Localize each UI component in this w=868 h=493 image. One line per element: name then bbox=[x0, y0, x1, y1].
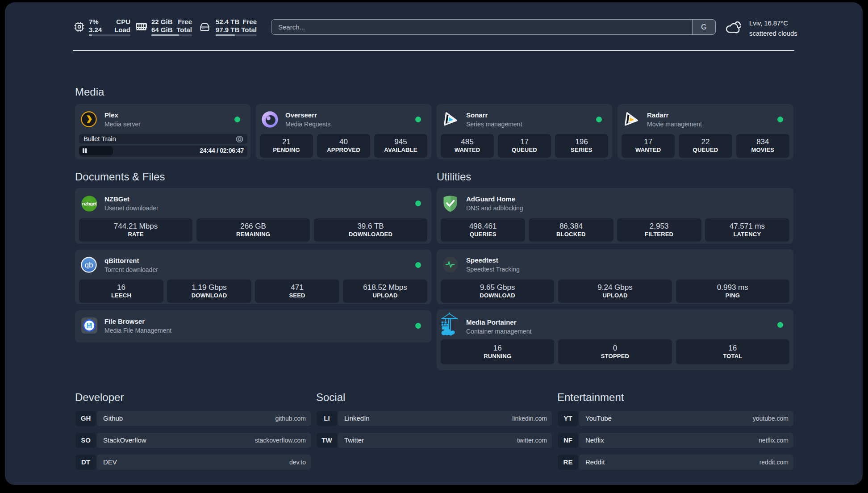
svg-text:nzbget: nzbget bbox=[82, 201, 97, 206]
svg-text:qb: qb bbox=[85, 261, 93, 269]
